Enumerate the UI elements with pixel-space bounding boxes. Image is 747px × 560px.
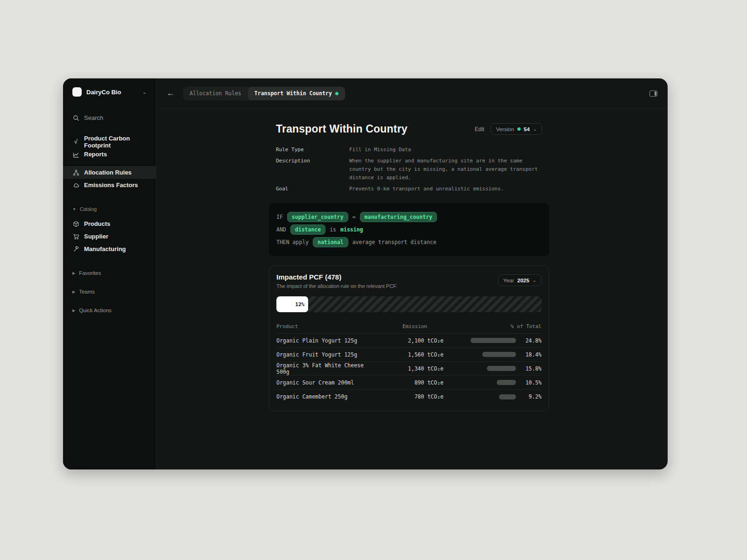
impacted-pcf-subtitle: The impact of the allocation rule on the…: [276, 283, 397, 289]
sidebar-item-label: Favorites: [79, 270, 101, 276]
rule-keyword: AND: [276, 226, 286, 233]
rule-keyword: THEN apply: [276, 239, 309, 245]
pct-bar: [471, 338, 516, 343]
tab-label: Allocation Rules: [190, 90, 241, 97]
pct-bar: [497, 380, 516, 385]
sidebar-item-label: Products: [84, 220, 110, 227]
rule-keyword: is: [330, 226, 336, 233]
triangle-right-icon: ▶: [72, 271, 75, 275]
workspace-switcher[interactable]: DairyCo Bio ⌄: [63, 86, 156, 98]
rule-line-if: IF supplier_country = manufacturing_coun…: [276, 212, 542, 222]
sidebar-item-supplier[interactable]: Supplier: [63, 230, 156, 243]
rule-keyword: IF: [276, 214, 283, 220]
impact-progress-remainder: [308, 296, 542, 312]
sidebar-item-product-carbon-footprint[interactable]: √ Product Carbon Footprint: [63, 135, 156, 148]
table-row[interactable]: Organic 3% Fat White Cheese 500g 1,340 t…: [276, 362, 542, 376]
page-content: Transport Within Country Edit Version 54…: [156, 109, 668, 469]
rule-state-missing: missing: [340, 226, 363, 233]
meta-label: Goal: [276, 185, 349, 193]
sidebar-item-quick-actions[interactable]: ▶ Quick Actions: [63, 305, 156, 316]
emission-value: 780 tCO₂e: [376, 393, 444, 400]
cart-icon: [72, 233, 79, 240]
rule-token-supplier-country[interactable]: supplier_country: [287, 212, 348, 222]
rule-meta: Rule Type Fill in Missing Data Descripti…: [269, 146, 549, 193]
table-row[interactable]: Organic Sour Cream 200ml 890 tCO₂e 10.5%: [276, 376, 542, 390]
sidebar-item-manufacturing[interactable]: Manufacturing: [63, 243, 156, 255]
triangle-right-icon: ▶: [72, 290, 75, 294]
column-header-product: Product: [276, 323, 359, 329]
sidebar-item-label: Reports: [84, 151, 107, 158]
edit-button[interactable]: Edit: [475, 126, 485, 133]
sidebar-item-products[interactable]: Products: [63, 217, 156, 230]
version-label: Version: [496, 126, 514, 132]
year-dropdown[interactable]: Year 2025 ⌄: [498, 274, 542, 286]
tab-bar: ← Allocation Rules Transport Within Coun…: [156, 78, 668, 109]
product-name: Organic Sour Cream 200ml: [276, 379, 376, 386]
pct-bar: [499, 394, 516, 399]
meta-row-rule-type: Rule Type Fill in Missing Data: [276, 146, 542, 154]
search-icon: [72, 114, 79, 121]
pct-value: 18.4%: [516, 351, 542, 358]
package-icon: [72, 220, 79, 227]
table-row[interactable]: Organic Plain Yogurt 125g 2,100 tCO₂e 24…: [276, 334, 542, 348]
product-name: Organic 3% Fat White Cheese 500g: [276, 362, 376, 375]
meta-row-description: Description When the supplier and manufa…: [276, 157, 542, 182]
pct-value: 24.8%: [516, 337, 542, 344]
rule-line-and: AND distance is missing: [276, 224, 542, 235]
sidebar-item-favorites[interactable]: ▶ Favorites: [63, 267, 156, 279]
main-area: ← Allocation Rules Transport Within Coun…: [156, 78, 668, 469]
product-name: Organic Camembert 250g: [276, 393, 376, 400]
chevron-down-icon: ⌄: [533, 126, 537, 132]
product-name: Organic Plain Yogurt 125g: [276, 337, 376, 344]
panel-toggle-icon[interactable]: [649, 91, 657, 97]
rule-token-national[interactable]: national: [313, 237, 348, 247]
sidebar-section-catalog[interactable]: ▼ Catalog: [63, 203, 156, 215]
impact-progress-bar: 12%: [276, 296, 542, 312]
meta-value: When the supplier and manufacturing site…: [349, 157, 542, 182]
sidebar-item-label: Product Carbon Footprint: [84, 135, 147, 149]
table-row[interactable]: Organic Camembert 250g 780 tCO₂e 9.2%: [276, 390, 542, 404]
year-label: Year: [503, 278, 514, 283]
rule-logic-block: IF supplier_country = manufacturing_coun…: [269, 203, 549, 256]
status-dot: [517, 127, 521, 131]
table-row[interactable]: Organic Fruit Yogurt 125g 1,560 tCO₂e 18…: [276, 348, 542, 362]
sidebar-item-label: Emissions Factors: [84, 182, 138, 189]
version-dropdown[interactable]: Version 54 ⌄: [491, 123, 542, 135]
sidebar-item-emissions-factors[interactable]: Emissions Factors: [63, 179, 156, 191]
column-header-emission: Emission: [359, 323, 427, 329]
sidebar-item-label: Supplier: [84, 233, 108, 240]
triangle-right-icon: ▶: [72, 308, 75, 313]
pct-value: 9.2%: [516, 393, 542, 400]
chevron-down-icon: ⌄: [142, 90, 147, 95]
impacted-pcf-title: Impacted PCF (478): [276, 273, 397, 281]
product-name: Organic Fruit Yogurt 125g: [276, 351, 376, 358]
sidebar: DairyCo Bio ⌄ Search √ Product Carbon Fo…: [63, 78, 156, 469]
meta-value: Fill in Missing Data: [349, 146, 542, 154]
status-dot: [335, 92, 338, 95]
tab-transport-within-country[interactable]: Transport Within Country: [248, 87, 345, 100]
emission-value: 890 tCO₂e: [376, 379, 444, 386]
tab-group: Allocation Rules Transport Within Countr…: [183, 87, 345, 100]
square-root-icon: √: [72, 138, 79, 145]
table-header-row: Product Emission % of Total: [276, 320, 542, 334]
rule-operator: =: [352, 214, 356, 220]
sidebar-item-teams[interactable]: ▶ Teams: [63, 286, 156, 297]
rule-token-manufacturing-country[interactable]: manufacturing_country: [360, 212, 437, 222]
workspace-name: DairyCo Bio: [86, 89, 138, 96]
rule-token-distance[interactable]: distance: [290, 224, 325, 235]
sidebar-item-reports[interactable]: Reports: [63, 148, 156, 161]
chevron-down-icon: ⌄: [533, 278, 536, 283]
tab-allocation-rules[interactable]: Allocation Rules: [183, 87, 248, 100]
meta-value: Prevents 0-km transport and unrealistic …: [349, 185, 542, 193]
sidebar-item-search[interactable]: Search: [63, 112, 156, 124]
sidebar-item-label: Quick Actions: [79, 308, 112, 313]
split-nodes-icon: [72, 169, 79, 176]
sidebar-item-allocation-rules[interactable]: Allocation Rules: [63, 166, 156, 179]
page-title: Transport Within Country: [276, 123, 408, 135]
emission-value: 2,100 tCO₂e: [376, 337, 444, 344]
back-button[interactable]: ←: [167, 89, 175, 98]
hammer-icon: [72, 245, 79, 252]
sidebar-section-label: Catalog: [80, 206, 97, 212]
pct-value: 15.8%: [516, 365, 542, 372]
pct-bar: [482, 352, 516, 357]
